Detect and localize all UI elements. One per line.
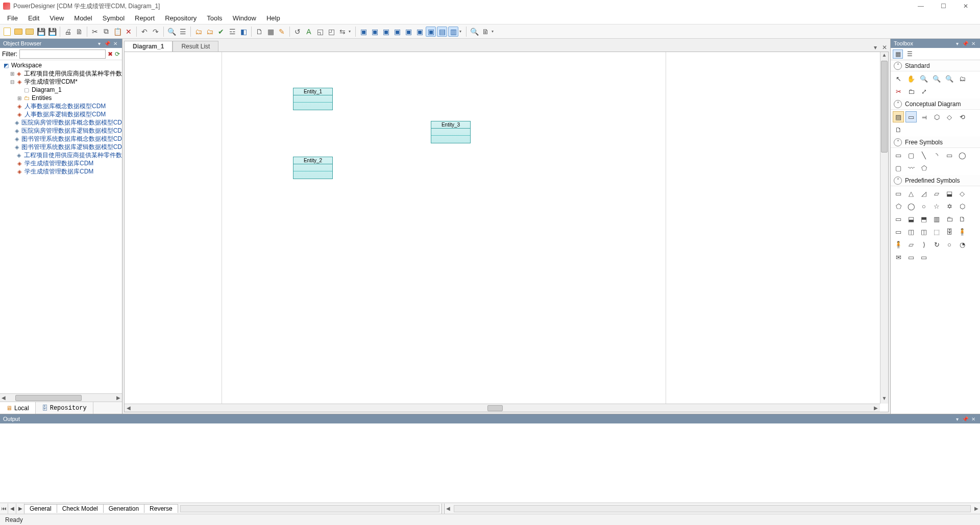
filter-input[interactable]: [19, 49, 106, 59]
align-icon[interactable]: ⇆: [337, 27, 348, 37]
menu-edit[interactable]: Edit: [23, 13, 44, 23]
prev-tab-icon[interactable]: ◀: [8, 504, 16, 514]
shape1-icon[interactable]: ▭: [893, 188, 904, 199]
align-dropdown[interactable]: ▾: [349, 29, 353, 34]
shape30-icon[interactable]: ◔: [957, 239, 968, 250]
to-back-icon[interactable]: ◱: [315, 27, 325, 37]
diagram-canvas[interactable]: Entity_1Entity_2Entity_3: [125, 52, 880, 404]
output-scroll-track[interactable]: [180, 505, 439, 512]
print-preview-icon[interactable]: 🗎: [74, 27, 84, 37]
shape16-icon[interactable]: ▥: [931, 213, 942, 224]
shape22-icon[interactable]: ⬚: [931, 226, 942, 237]
panel-close-icon[interactable]: ✕: [970, 40, 977, 47]
tree-item[interactable]: ▢Diagram_1: [0, 86, 122, 94]
copy-icon[interactable]: ⧉: [101, 27, 111, 37]
entity-symbol[interactable]: Entity_1: [293, 88, 333, 110]
scroll-down-icon[interactable]: ▼: [880, 395, 888, 404]
tab-close-icon[interactable]: ✕: [880, 43, 889, 52]
shape20-icon[interactable]: ◫: [905, 226, 917, 237]
shape28-icon[interactable]: ↻: [931, 239, 942, 250]
tree-item[interactable]: ◈学生成绩管理数据库CDM: [0, 159, 122, 167]
layout9-icon[interactable]: ▥: [448, 27, 458, 37]
panel-dropdown-icon[interactable]: ▾: [953, 40, 961, 47]
text-a-icon[interactable]: A: [304, 27, 314, 37]
package-tool-icon[interactable]: 🗀: [905, 86, 917, 97]
shape15-icon[interactable]: ⬒: [918, 213, 929, 224]
zoom-fit-icon[interactable]: 🔍: [469, 27, 479, 37]
grabber-tool-icon[interactable]: ✋: [905, 73, 917, 84]
tree-workspace[interactable]: ◩ Workspace: [0, 61, 122, 69]
tree-item[interactable]: ⊞◈工程项目使用供应商提供某种零件数: [0, 69, 122, 78]
zoom-in-tool-icon[interactable]: 🔍: [918, 73, 929, 84]
layout3-icon[interactable]: ▣: [381, 27, 391, 37]
shape29-icon[interactable]: ○: [944, 239, 955, 250]
menu-repository[interactable]: Repository: [160, 13, 202, 23]
panel-pin-icon[interactable]: 📌: [104, 40, 111, 47]
shape3-icon[interactable]: ◿: [918, 188, 929, 199]
rotate-icon[interactable]: ↺: [292, 27, 303, 37]
shape27-icon[interactable]: ⟩: [918, 239, 929, 250]
paste-icon[interactable]: 📋: [112, 27, 122, 37]
panel-pin-icon[interactable]: 📌: [962, 415, 969, 422]
mode-grid-icon[interactable]: ▦: [893, 49, 903, 59]
title-tool-icon[interactable]: ▭: [893, 149, 904, 161]
shape18-icon[interactable]: 🗋: [957, 213, 968, 224]
check-icon[interactable]: ✔: [216, 27, 226, 37]
tab-list-icon[interactable]: ▾: [871, 43, 879, 52]
zoom-out-tool-icon[interactable]: 🔍: [931, 73, 942, 84]
shape8-icon[interactable]: ◯: [905, 201, 917, 212]
menu-file[interactable]: File: [2, 13, 23, 23]
save-icon[interactable]: 💾: [36, 27, 46, 37]
entity-tool-icon[interactable]: ▭: [905, 111, 917, 122]
tree[interactable]: ◩ Workspace ⊞◈工程项目使用供应商提供某种零件数⊟◈学生成绩管理CD…: [0, 60, 122, 393]
shape14-icon[interactable]: ⬓: [905, 213, 917, 224]
tree-item[interactable]: ◈人事数据库概念数据模型CDM: [0, 102, 122, 110]
scroll-thumb[interactable]: [881, 61, 888, 153]
section-conceptual-header[interactable]: ˄ Conceptual Diagram: [891, 98, 980, 110]
rounded-rect-tool-icon[interactable]: ▢: [893, 162, 904, 173]
tab-result-list[interactable]: Result List: [173, 41, 218, 52]
tab-repository[interactable]: 🗄 Repository: [36, 402, 93, 414]
print-icon[interactable]: 🖨: [63, 27, 73, 37]
shape31-icon[interactable]: ✉: [893, 252, 904, 263]
section-free-header[interactable]: ˄ Free Symbols: [891, 137, 980, 148]
tree-item[interactable]: ◈人事数据库逻辑数据模型CDM: [0, 110, 122, 118]
entity-symbol[interactable]: Entity_2: [293, 157, 333, 179]
menu-help[interactable]: Help: [261, 13, 285, 23]
mode-list-icon[interactable]: ☰: [904, 49, 915, 59]
layout1-icon[interactable]: ▣: [358, 27, 369, 37]
menu-window[interactable]: Window: [228, 13, 261, 23]
layout6-icon[interactable]: ▣: [414, 27, 425, 37]
shape21-icon[interactable]: ◫: [918, 226, 929, 237]
tab-local[interactable]: 🖥 Local: [0, 402, 36, 414]
undo-icon[interactable]: ↶: [139, 27, 150, 37]
text-tool-icon[interactable]: ▢: [905, 149, 917, 161]
file-tool-icon[interactable]: 🗋: [893, 124, 904, 135]
line-tool-icon[interactable]: ╲: [918, 149, 929, 161]
shape4-icon[interactable]: ▱: [931, 188, 942, 199]
output-tab-reverse[interactable]: Reverse: [144, 504, 178, 513]
shape9-icon[interactable]: ○: [918, 201, 929, 212]
folder1-icon[interactable]: 🗂: [193, 27, 204, 37]
section-predef-header[interactable]: ˄ Predefined Symbols: [891, 175, 980, 186]
tree-twisty[interactable]: ⊞: [9, 71, 15, 77]
tree-item[interactable]: ◈工程项目使用供应商提供某种零件数: [0, 151, 122, 159]
shape12-icon[interactable]: ⬡: [957, 201, 968, 212]
tree-twisty[interactable]: ⊟: [9, 79, 15, 85]
tree-item[interactable]: ⊞🗀Entities: [0, 94, 122, 102]
panel-close-icon[interactable]: ✕: [970, 415, 977, 422]
shape2-icon[interactable]: △: [905, 188, 917, 199]
output-body[interactable]: [0, 423, 980, 503]
output-scroll-right-icon[interactable]: ▶: [973, 506, 980, 511]
scroll-up-icon[interactable]: ▲: [880, 52, 888, 60]
shape10-icon[interactable]: ☆: [931, 201, 942, 212]
output-tab-check-model[interactable]: Check Model: [57, 504, 104, 513]
layout2-icon[interactable]: ▣: [370, 27, 380, 37]
browser-hscroll[interactable]: ◀ ▶: [0, 393, 122, 402]
ellipse-tool-icon[interactable]: ◯: [957, 149, 968, 161]
tree-item[interactable]: ◈医院病房管理数据库概念数据模型CD: [0, 118, 122, 127]
shape17-icon[interactable]: 🗀: [944, 213, 955, 224]
first-tab-icon[interactable]: ⏮: [0, 504, 8, 514]
save-all-icon[interactable]: 💾: [47, 27, 57, 37]
shape13-icon[interactable]: ▭: [893, 213, 904, 224]
